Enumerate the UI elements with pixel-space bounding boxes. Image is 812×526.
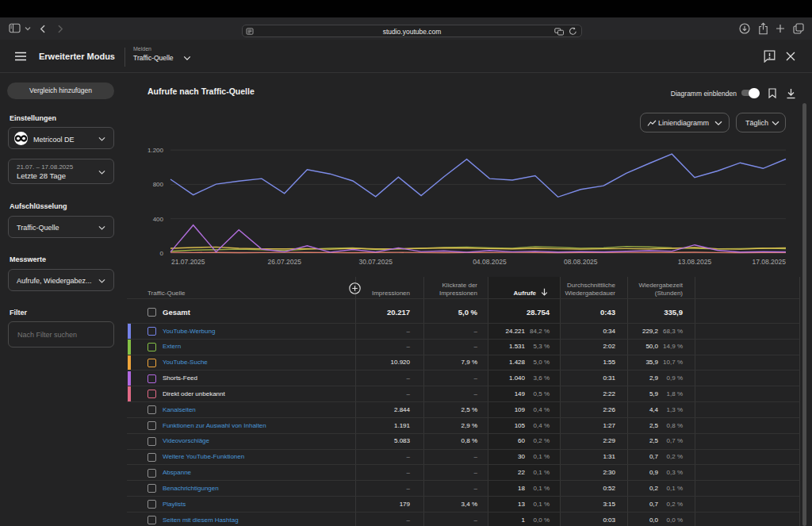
svg-text:21.07.2025: 21.07.2025	[171, 258, 205, 266]
svg-text:800: 800	[153, 181, 164, 188]
svg-text:17.08.2025: 17.08.2025	[752, 258, 786, 266]
svg-text:30.07.2025: 30.07.2025	[358, 258, 393, 266]
svg-text:1.200: 1.200	[147, 147, 164, 154]
svg-text:13.08.2025: 13.08.2025	[678, 258, 712, 266]
svg-text:400: 400	[153, 216, 164, 223]
svg-text:08.08.2025: 08.08.2025	[564, 258, 598, 266]
svg-text:04.08.2025: 04.08.2025	[473, 258, 507, 266]
svg-text:0: 0	[160, 250, 164, 257]
svg-text:26.07.2025: 26.07.2025	[267, 258, 301, 266]
